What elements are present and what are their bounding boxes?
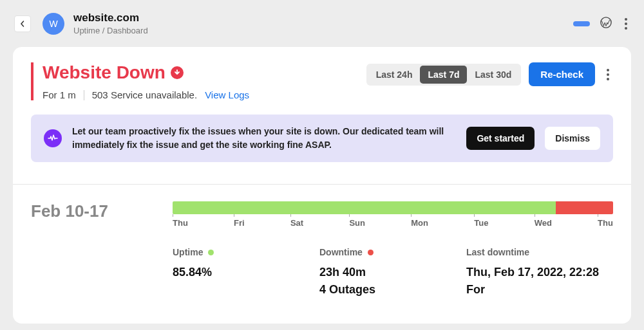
time-range-7d[interactable]: Last 7d <box>420 66 467 84</box>
site-avatar: W <box>43 13 64 35</box>
top-bar: W website.com Uptime / Dashboard <box>0 0 644 47</box>
bar-segment-green <box>173 201 556 214</box>
tick-label: Wed <box>535 218 552 228</box>
tick-label: Fri <box>234 218 245 228</box>
tick-label: Sat <box>290 218 303 228</box>
uptime-label: Uptime <box>173 247 203 257</box>
view-logs-link[interactable]: View Logs <box>205 89 249 100</box>
dot-red-icon <box>368 250 374 255</box>
promo-banner: Let our team proactively fix the issues … <box>31 115 613 162</box>
uptime-value: 85.84% <box>173 264 319 281</box>
uptime-bar <box>173 201 613 214</box>
recheck-button[interactable]: Re-check <box>529 62 595 86</box>
tick-label: Thu <box>598 218 613 228</box>
back-button[interactable] <box>14 15 31 32</box>
tick-label: Thu <box>173 218 188 228</box>
tick-label: Sun <box>349 218 365 228</box>
last-downtime-for: For <box>466 281 613 298</box>
time-range-group: Last 24h Last 7d Last 30d <box>366 64 522 86</box>
status-error: 503 Service unavailable. <box>92 89 197 100</box>
bar-segment-red <box>556 201 613 214</box>
status-title: Website Down <box>43 62 249 83</box>
downtime-outages: 4 Outages <box>319 281 466 298</box>
dismiss-button[interactable]: Dismiss <box>545 127 600 150</box>
tick-label: Tue <box>474 218 488 228</box>
date-range: Feb 10-17 <box>31 201 173 298</box>
divider <box>84 90 84 100</box>
banner-text: Let our team proactively fix the issues … <box>72 125 456 152</box>
chevron-left-icon <box>19 21 26 27</box>
breadcrumb: Uptime / Dashboard <box>73 26 148 35</box>
site-title: website.com <box>73 12 148 24</box>
card-more-menu[interactable] <box>603 65 613 84</box>
status-duration: For 1 m <box>43 89 76 100</box>
time-range-24h[interactable]: Last 24h <box>368 66 421 84</box>
section-divider <box>13 184 631 185</box>
heartbeat-icon <box>44 129 62 147</box>
more-menu[interactable] <box>622 15 630 32</box>
time-range-30d[interactable]: Last 30d <box>467 66 519 84</box>
dot-green-icon <box>208 250 214 255</box>
wordpress-icon[interactable] <box>600 17 612 31</box>
last-downtime-label: Last downtime <box>466 247 613 257</box>
downtime-duration: 23h 40m <box>319 264 466 281</box>
get-started-button[interactable]: Get started <box>466 127 535 150</box>
timeline-ticks: ThuFriSatSunMonTueWedThu <box>173 218 613 228</box>
down-arrow-icon <box>171 66 184 79</box>
last-downtime-time: Thu, Feb 17, 2022, 22:28 <box>466 264 613 281</box>
tick-label: Mon <box>411 218 428 228</box>
status-pill <box>573 21 590 26</box>
downtime-label: Downtime <box>319 247 363 257</box>
dashboard-card: Website Down For 1 m 503 Service unavail… <box>13 47 631 324</box>
